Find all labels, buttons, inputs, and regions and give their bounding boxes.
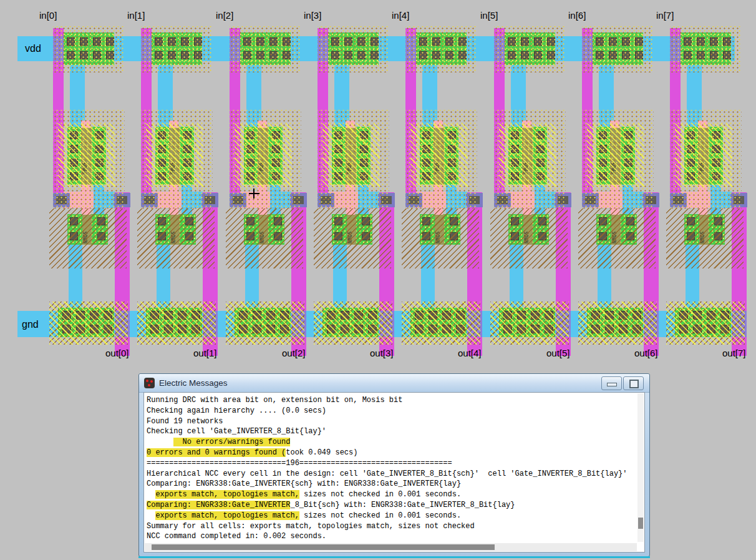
messages-pane[interactable]: Running DRC with area bit on, extension … xyxy=(143,392,645,553)
vdd-well-contact[interactable] xyxy=(415,32,467,65)
poly-nmos-gate-stub[interactable] xyxy=(523,208,531,215)
nmos-transistor[interactable]: NMOS xyxy=(508,214,549,245)
vertical-scrollbar[interactable] xyxy=(637,393,644,542)
nmos-transistor[interactable]: NMOS xyxy=(244,214,284,245)
poly-nmos-gate-stub[interactable] xyxy=(258,208,267,215)
poly-contact-via[interactable] xyxy=(230,193,246,207)
poly-nmos-gate-stub[interactable] xyxy=(699,208,707,215)
input-port-label[interactable]: in[0] xyxy=(39,10,77,21)
nmos-transistor[interactable]: NMOS xyxy=(155,214,196,245)
poly-gate-top-stub[interactable] xyxy=(698,120,707,128)
gnd-label[interactable]: gnd xyxy=(22,319,39,330)
output-port-label[interactable]: out[3] xyxy=(370,348,409,359)
metal1-output-jog[interactable] xyxy=(621,192,644,208)
output-port-label[interactable]: out[0] xyxy=(105,348,144,359)
pmos-transistor[interactable]: PMOS xyxy=(684,127,723,185)
poly-contact-via[interactable] xyxy=(670,193,687,207)
input-port-label[interactable]: in[5] xyxy=(480,10,518,21)
vdd-well-contact[interactable] xyxy=(150,32,202,65)
output-port-label[interactable]: out[7] xyxy=(722,348,756,359)
poly-contact-via[interactable] xyxy=(141,193,158,207)
minimize-button[interactable] xyxy=(601,376,622,390)
output-port-label[interactable]: out[1] xyxy=(193,348,232,359)
output-port-label[interactable]: out[6] xyxy=(634,348,673,359)
nmos-transistor[interactable]: NMOS xyxy=(596,214,637,245)
vdd-label[interactable]: vdd xyxy=(25,43,41,54)
electric-layout-canvas[interactable]: vdd gnd PMOSNMOSin[0]out[0]PMOSNMOSin[1]… xyxy=(0,0,756,560)
vdd-well-contact[interactable] xyxy=(679,32,731,65)
poly-contact-via[interactable] xyxy=(405,193,422,207)
vdd-well-contact[interactable] xyxy=(239,32,291,65)
metal1-pmos-drain-stub[interactable] xyxy=(182,185,192,192)
output-port-label[interactable]: out[4] xyxy=(458,348,497,359)
input-port-label[interactable]: in[2] xyxy=(216,10,253,21)
metal1-pmos-drain-stub[interactable] xyxy=(94,185,104,192)
poly-nmos-gate-stub[interactable] xyxy=(611,208,619,215)
input-port-label[interactable]: in[6] xyxy=(568,10,606,21)
poly-contact-via[interactable] xyxy=(494,193,511,207)
output-port-label[interactable]: out[2] xyxy=(282,348,321,359)
gnd-substrate-contact[interactable] xyxy=(675,308,731,337)
nmos-transistor[interactable]: NMOS xyxy=(420,214,460,245)
metal1-output-jog[interactable] xyxy=(445,192,467,208)
metal1-metal2-via[interactable] xyxy=(730,193,747,207)
metal1-pmos-drain-stub[interactable] xyxy=(270,185,281,192)
metal1-pmos-drain-stub[interactable] xyxy=(535,185,545,192)
metal1-output-jog[interactable] xyxy=(92,192,115,208)
pmos-transistor[interactable]: PMOS xyxy=(596,127,635,185)
output-port-label[interactable]: out[5] xyxy=(546,348,585,359)
pmos-transistor[interactable]: PMOS xyxy=(420,127,458,185)
poly-gate-top-stub[interactable] xyxy=(610,120,619,128)
pmos-transistor[interactable]: PMOS xyxy=(244,127,283,185)
poly-gate-top-stub[interactable] xyxy=(346,120,355,128)
metal1-metal2-via[interactable] xyxy=(114,193,130,207)
window-titlebar[interactable]: Electric Messages xyxy=(139,374,649,393)
poly-gate-top-stub[interactable] xyxy=(522,120,531,128)
gnd-substrate-contact[interactable] xyxy=(235,308,291,337)
gnd-substrate-contact[interactable] xyxy=(587,308,643,337)
metal1-metal2-via[interactable] xyxy=(466,193,483,207)
vdd-well-contact[interactable] xyxy=(503,32,555,65)
metal1-pmos-drain-stub[interactable] xyxy=(446,185,457,192)
metal1-metal2-via[interactable] xyxy=(290,193,307,207)
poly-contact-via[interactable] xyxy=(317,193,334,207)
metal1-output-jog[interactable] xyxy=(709,192,732,208)
poly-nmos-gate-stub[interactable] xyxy=(82,208,90,215)
gnd-substrate-contact[interactable] xyxy=(146,308,202,337)
nmos-transistor[interactable]: NMOS xyxy=(332,214,372,245)
maximize-button[interactable] xyxy=(623,376,644,390)
input-port-label[interactable]: in[3] xyxy=(304,10,341,21)
poly-nmos-gate-stub[interactable] xyxy=(346,208,355,215)
horizontal-scrollbar-thumb[interactable] xyxy=(152,544,495,550)
metal1-pmos-drain-stub[interactable] xyxy=(710,185,721,192)
metal1-metal2-via[interactable] xyxy=(642,193,659,207)
poly-nmos-gate-stub[interactable] xyxy=(170,208,178,215)
vertical-scrollbar-thumb[interactable] xyxy=(638,518,643,529)
nmos-transistor[interactable]: NMOS xyxy=(67,214,108,245)
metal1-pmos-drain-stub[interactable] xyxy=(358,185,369,192)
metal1-metal2-via[interactable] xyxy=(555,193,571,207)
poly-gate-top-stub[interactable] xyxy=(169,120,178,128)
input-port-label[interactable]: in[4] xyxy=(392,10,429,21)
vdd-well-contact[interactable] xyxy=(591,32,643,65)
poly-gate-top-stub[interactable] xyxy=(81,120,90,128)
metal1-pmos-drain-stub[interactable] xyxy=(623,185,633,192)
nmos-transistor[interactable]: NMOS xyxy=(684,214,725,245)
metal1-output-jog[interactable] xyxy=(180,192,203,208)
vdd-well-contact[interactable] xyxy=(62,32,114,65)
metal1-output-jog[interactable] xyxy=(357,192,379,208)
pmos-transistor[interactable]: PMOS xyxy=(332,127,371,185)
pmos-transistor[interactable]: PMOS xyxy=(155,127,194,185)
metal1-output-jog[interactable] xyxy=(269,192,291,208)
pmos-transistor[interactable]: PMOS xyxy=(508,127,547,185)
electric-messages-window[interactable]: Electric Messages Running DRC with area … xyxy=(138,373,650,557)
input-port-label[interactable]: in[7] xyxy=(656,10,694,21)
gnd-substrate-contact[interactable] xyxy=(499,308,555,337)
metal1-output-jog[interactable] xyxy=(533,192,556,208)
metal1-metal2-via[interactable] xyxy=(378,193,395,207)
poly-gate-top-stub[interactable] xyxy=(258,120,267,128)
gnd-substrate-contact[interactable] xyxy=(58,308,114,337)
poly-contact-via[interactable] xyxy=(582,193,599,207)
poly-nmos-gate-stub[interactable] xyxy=(434,208,443,215)
pmos-transistor[interactable]: PMOS xyxy=(67,127,106,185)
